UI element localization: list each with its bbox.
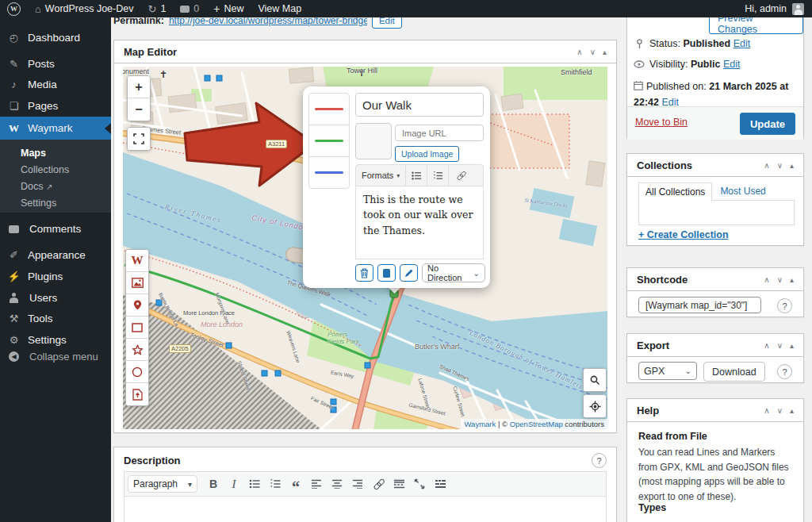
panel-toggle-icon[interactable]: ▴ [603,48,607,56]
numbered-list-button-main[interactable] [266,475,285,493]
locate-button[interactable] [584,395,606,417]
order-down-icon[interactable]: ∨ [777,406,783,415]
sidebar-item-tools[interactable]: ⚒ Tools [0,308,111,329]
route-image-thumbnail[interactable] [355,123,392,159]
order-up-icon[interactable]: ∧ [764,275,769,284]
upload-file-button[interactable] [126,383,148,405]
add-image-button[interactable] [126,272,148,294]
link-button-main[interactable] [369,475,388,493]
image-url-input[interactable] [395,125,484,141]
order-up-icon[interactable]: ∧ [764,341,769,350]
order-up-icon[interactable]: ∧ [576,48,582,56]
search-button[interactable] [584,369,606,391]
status-edit-link[interactable]: Edit [733,38,751,49]
direction-select[interactable]: No Direction ⌄ [422,263,485,282]
paragraph-select[interactable]: Paragraph ▾ [128,475,197,493]
blockquote-button[interactable]: “ [286,472,305,496]
draw-rectangle-button[interactable] [126,317,148,339]
sidebar-item-maps[interactable]: Maps [21,148,46,159]
waymark-logo-button[interactable]: W [126,250,148,272]
collections-list[interactable] [638,200,795,225]
attribution-osm-link[interactable]: OpenStreetMap [510,420,563,428]
add-marker-button[interactable] [126,294,148,317]
new-content-menu[interactable]: + New [206,0,251,17]
visibility-edit-link[interactable]: Edit [723,59,741,70]
route-style-swatch-green[interactable] [308,125,350,157]
sidebar-item-media[interactable]: ♪ Media [0,74,111,95]
order-down-icon[interactable]: ∨ [777,275,783,284]
description-help-button[interactable]: ? [592,453,607,468]
shortcode-help-button[interactable]: ? [777,298,792,313]
comments-menu[interactable]: 0 [173,0,206,17]
bullet-list-button[interactable] [406,165,427,186]
draw-polygon-button[interactable] [126,339,148,361]
tab-most-used[interactable]: Most Used [712,182,773,202]
sidebar-item-appearance[interactable]: ✐ Appearance [0,244,111,266]
help-title: Help [637,405,659,416]
panel-toggle-icon[interactable]: ▴ [790,406,794,415]
file-upload-icon [132,389,143,401]
route-style-swatch-red[interactable] [308,93,350,125]
view-map-menu[interactable]: View Map [251,0,308,17]
update-button[interactable]: Update [740,113,795,135]
align-left-button[interactable] [307,475,326,493]
sidebar-item-waymark[interactable]: W Waymark [0,117,111,140]
sidebar-item-users[interactable]: Users [0,287,111,309]
order-up-icon[interactable]: ∧ [764,406,769,415]
numbered-list-button[interactable] [427,165,448,186]
sidebar-item-dashboard[interactable]: ◴ Dashboard [0,27,111,48]
panel-toggle-icon[interactable]: ▴ [790,275,794,284]
duplicate-route-button[interactable] [377,264,396,282]
upload-image-button[interactable]: Upload Image [395,146,459,162]
collapse-menu-button[interactable]: ◀ Collapse menu [0,346,111,367]
move-to-bin-link[interactable]: Move to Bin [635,117,688,128]
bullet-list-button-main[interactable] [245,475,264,493]
sidebar-item-posts[interactable]: ✎ Posts [0,53,111,75]
zoom-out-button[interactable]: − [128,98,150,121]
fullscreen-control [127,127,151,151]
read-more-button[interactable] [389,475,408,493]
draw-circle-button[interactable] [126,361,148,383]
order-up-icon[interactable]: ∧ [764,161,769,170]
attribution-waymark-link[interactable]: Waymark [464,420,496,428]
toolbar-toggle-button[interactable] [431,475,450,493]
insert-link-button[interactable] [448,165,473,186]
description-textarea[interactable] [124,497,607,522]
sidebar-item-collections[interactable]: Collections [21,164,69,175]
route-style-swatch-blue[interactable] [308,156,350,189]
export-format-select[interactable]: GPX ⌄ [638,362,697,380]
comments-count: 0 [193,3,199,14]
panel-toggle-icon[interactable]: ▴ [790,161,794,170]
delete-route-button[interactable] [355,264,373,282]
route-description-editor[interactable]: This is the route we took on our walk ov… [355,186,484,259]
site-name-menu[interactable]: ⌂ WordPress Joe-Dev [28,0,140,17]
sidebar-item-docs[interactable]: Docs ↗ [21,181,52,192]
formats-dropdown[interactable]: Formats ▾ [356,165,406,186]
create-collection-link[interactable]: + Create Collection [638,229,729,240]
my-account-menu[interactable]: Hi, admin [745,3,812,15]
order-down-icon[interactable]: ∨ [777,161,783,170]
bold-button[interactable]: B [204,475,223,493]
italic-button[interactable]: I [224,475,243,493]
download-button[interactable]: Download [703,362,765,382]
fullscreen-editor-button[interactable] [410,475,429,493]
order-down-icon[interactable]: ∨ [590,48,596,56]
updates-menu[interactable]: ↻ 1 [140,0,173,17]
shortcode-input[interactable] [638,297,761,313]
order-down-icon[interactable]: ∨ [777,341,783,350]
export-help-button[interactable]: ? [777,364,792,379]
sidebar-item-pages[interactable]: ❏ Pages [0,95,111,117]
sidebar-item-waymark-settings[interactable]: Settings [21,198,56,209]
zoom-in-button[interactable]: + [128,76,150,98]
fullscreen-button[interactable] [128,128,150,150]
edit-route-button[interactable] [400,264,418,282]
panel-toggle-icon[interactable]: ▴ [790,341,794,350]
locate-icon [589,401,601,413]
wordpress-logo-menu[interactable]: W [0,0,28,17]
tab-all-collections[interactable]: All Collections [638,182,712,202]
align-right-button[interactable] [348,475,367,493]
sidebar-item-plugins[interactable]: ⚡ Plugins [0,266,111,287]
sidebar-item-comments[interactable]: Comments [0,218,111,240]
route-title-input[interactable] [355,93,484,117]
align-center-button[interactable] [327,475,347,493]
